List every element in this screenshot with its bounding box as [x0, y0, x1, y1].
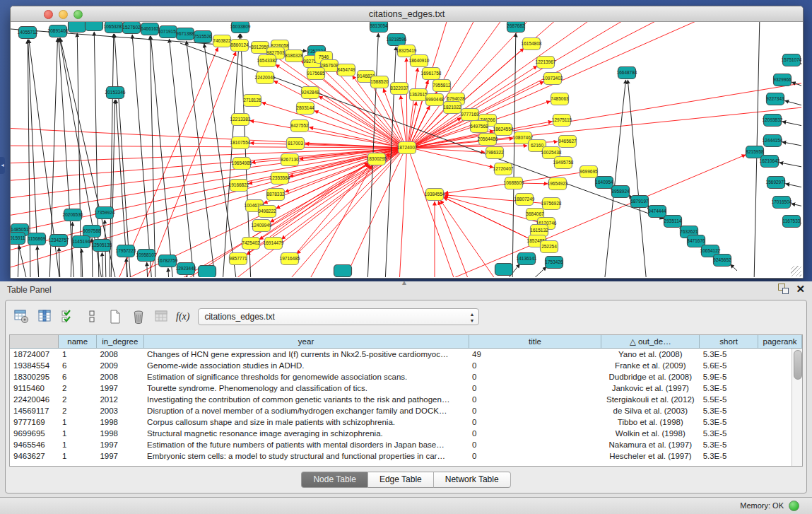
cell-short[interactable]: Jankovic et al. (1997) — [601, 382, 700, 394]
table-row[interactable]: 946362711997Embryonic stem cells: a mode… — [10, 450, 802, 462]
cell-short[interactable]: Franke et al. (2009) — [601, 360, 700, 371]
graph-node[interactable] — [334, 265, 352, 277]
graph-node[interactable]: 1821022 — [443, 102, 461, 114]
graph-node[interactable]: 8878332 — [266, 189, 285, 201]
table-row[interactable]: 1456911722003Disruption of a novel membe… — [10, 405, 802, 416]
column-header-year[interactable]: year — [143, 335, 469, 349]
graph-node[interactable]: 12444154 — [763, 135, 783, 147]
scrollbar-thumb[interactable] — [794, 350, 802, 380]
table-row[interactable]: 977716911998Corpus callosum shape and si… — [10, 416, 802, 428]
cell-year[interactable]: 2008 — [96, 371, 143, 382]
cell-short[interactable]: Hescheler et al. (1997) — [601, 450, 700, 462]
cell-name[interactable]: 9777169 — [10, 416, 59, 428]
graph-node[interactable]: 19756928 — [541, 198, 562, 210]
cell-name[interactable]: 22420046 — [10, 394, 59, 405]
cell-pagerank[interactable]: 5.3E-5 — [700, 416, 758, 428]
graph-node[interactable]: 9777169 — [461, 109, 479, 121]
column-header-name[interactable]: name — [59, 335, 96, 349]
graph-node[interactable]: 16782759 — [158, 255, 178, 267]
graph-node[interactable]: 12923448 — [176, 263, 196, 275]
cell-pagerank[interactable]: 5.6E-5 — [700, 360, 758, 371]
close-panel-icon[interactable]: ✕ — [796, 284, 805, 294]
graph-node[interactable]: 10958107 — [136, 250, 157, 262]
cell-year[interactable]: 1998 — [96, 428, 143, 439]
cell-title[interactable]: Estimation of significance thresholds fo… — [143, 371, 469, 382]
graph-node[interactable]: 16033809 — [230, 22, 251, 33]
cell-short[interactable]: de Silva et al. (2003) — [601, 405, 700, 416]
graph-node[interactable]: 12342757 — [49, 235, 69, 247]
column-header-pagerank[interactable]: pagerank — [758, 335, 802, 349]
graph-node[interactable]: 2687682 — [507, 22, 525, 33]
graph-node[interactable]: 1588520 — [370, 76, 389, 88]
graph-node[interactable]: 6466162 — [141, 23, 159, 35]
show-columns-icon[interactable] — [36, 308, 54, 325]
cell-in_degree[interactable]: 1 — [59, 439, 96, 450]
graph-node[interactable]: 12093832 — [763, 115, 783, 127]
cell-short[interactable]: Tibbo et al. (1998) — [601, 416, 700, 428]
graph-node[interactable]: 9474444 — [648, 206, 666, 218]
cell-pagerank[interactable]: 5.5E-5 — [700, 394, 758, 405]
graph-node[interactable]: 8813054 — [370, 22, 388, 33]
cell-year[interactable]: 2003 — [96, 405, 143, 416]
cell-name[interactable]: 18724007 — [10, 349, 59, 361]
graph-node[interactable]: 20564486 — [478, 134, 498, 146]
cell-name[interactable]: 19384554 — [10, 360, 59, 371]
graph-node[interactable]: 1527602 — [122, 22, 141, 34]
graph-node[interactable]: 19166822 — [229, 180, 249, 192]
graph-node[interactable]: 7485063 — [551, 93, 569, 105]
graph-node[interactable]: 1145194 — [73, 236, 90, 248]
graph-node[interactable]: 3915911 — [11, 233, 25, 245]
graph-node[interactable]: 19654985 — [232, 158, 252, 170]
cell-pagerank[interactable]: 5.9E-5 — [700, 371, 758, 382]
cell-year[interactable]: 2012 — [96, 394, 143, 405]
graph-node[interactable]: 8860124 — [230, 40, 249, 52]
graph-node[interactable]: 9857771 — [229, 253, 247, 265]
graph-node[interactable]: 6879197 — [630, 196, 649, 208]
cell-title[interactable]: Structural magnetic resonance image aver… — [143, 428, 469, 439]
graph-node[interactable]: 18624554 — [493, 124, 514, 136]
cell-out_degree[interactable]: 0 — [469, 371, 601, 382]
graph-node[interactable]: 9699695 — [579, 166, 598, 178]
cell-in_degree[interactable]: 1 — [59, 428, 96, 439]
graph-node[interactable]: 8267130 — [281, 154, 299, 166]
graph-node[interactable]: 12213967 — [536, 57, 556, 69]
graph-node[interactable]: 18640910 — [409, 55, 430, 67]
graph-node[interactable]: 22420046 — [255, 72, 276, 84]
graph-node[interactable]: 8958924 — [611, 186, 630, 198]
graph-node[interactable] — [199, 266, 216, 278]
graph-node[interactable]: 10653287 — [104, 22, 124, 33]
cell-in_degree[interactable]: 2 — [59, 382, 96, 394]
graph-node[interactable]: 9242848 — [301, 87, 319, 99]
cell-title[interactable]: Corpus callosum shape and size in male p… — [143, 416, 469, 428]
graph-node[interactable]: 7986322 — [486, 147, 504, 159]
network-canvas[interactable]: 1405571220891406106532871527602646616210… — [11, 22, 803, 278]
network-file-select[interactable]: citations_edges.txt ▲▼ — [198, 308, 479, 325]
column-header-in_degree[interactable]: in_degree — [96, 335, 143, 349]
graph-node[interactable]: 17016504 — [772, 197, 792, 209]
table-row[interactable]: 1872400712008Changes of HCN gene express… — [10, 349, 802, 361]
cell-in_degree[interactable]: 1 — [59, 349, 96, 361]
graph-node[interactable]: 9498222 — [258, 206, 276, 218]
cell-in_degree[interactable]: 1 — [59, 416, 96, 428]
table-row[interactable]: 2242004622012Investigating the contribut… — [10, 394, 802, 405]
column-header-title[interactable]: title — [469, 335, 601, 349]
table-row[interactable]: 911546021997Tourette syndrome. Phenomeno… — [10, 382, 802, 394]
cell-title[interactable]: Investigating the contribution of common… — [143, 394, 469, 405]
graph-node[interactable]: 1167533 — [783, 216, 801, 228]
graph-node[interactable]: 19654923 — [548, 178, 568, 190]
graph-node[interactable] — [86, 22, 103, 31]
graph-node[interactable]: 10973403 — [543, 73, 563, 85]
cell-title[interactable]: Tourette syndrome. Phenomenology and cla… — [143, 382, 469, 394]
panel-collapse-handle[interactable]: ◂ — [0, 157, 5, 174]
cell-short[interactable]: Stergiakouli et al. (2012) — [601, 394, 700, 405]
graph-node[interactable]: 19495758 — [553, 157, 574, 169]
graph-node[interactable]: 12409949 — [252, 220, 272, 232]
cell-in_degree[interactable]: 1 — [59, 450, 96, 462]
graph-node[interactable]: 9329966 — [773, 74, 792, 86]
graph-node[interactable]: 20891406 — [48, 25, 69, 37]
cell-name[interactable]: 18300295 — [10, 371, 59, 382]
graph-node[interactable]: 7425402 — [242, 238, 260, 250]
graph-node[interactable]: 12720407 — [493, 163, 514, 175]
graph-node[interactable]: 19218596 — [387, 34, 407, 46]
cell-short[interactable]: Dudbridge et al. (2008) — [601, 371, 700, 382]
